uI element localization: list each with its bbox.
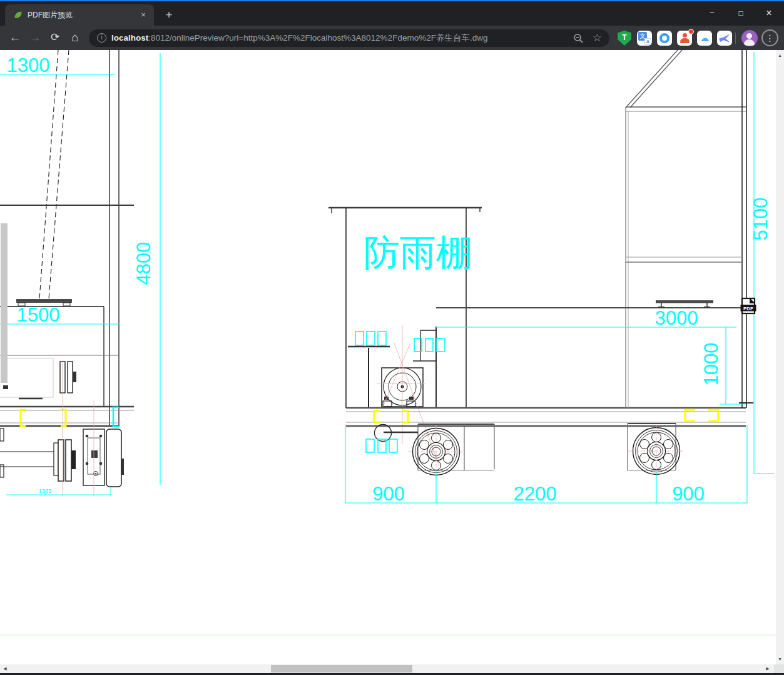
back-icon[interactable]: ← bbox=[6, 28, 24, 47]
new-tab-button[interactable]: + bbox=[161, 8, 176, 23]
zoom-out-icon[interactable] bbox=[573, 33, 583, 43]
dim-4800: 4800 bbox=[133, 242, 155, 285]
translate-icon: 文 A bbox=[637, 31, 652, 46]
dim-1300: 1300 bbox=[7, 54, 50, 76]
undercarriage bbox=[366, 424, 685, 478]
horizontal-scrollbar[interactable]: ◀ ▶ bbox=[0, 664, 774, 673]
spring-leaf-icon bbox=[14, 11, 23, 19]
tab-strip: PDF图片预览 × + − □ × bbox=[0, 1, 784, 26]
extension-thunder-button[interactable] bbox=[716, 30, 733, 46]
extension-proxy-button[interactable] bbox=[656, 30, 673, 46]
profile-avatar[interactable] bbox=[741, 30, 758, 46]
shield-icon: T bbox=[618, 31, 631, 46]
dim-3000: 3000 bbox=[655, 307, 698, 329]
tab-close-icon[interactable]: × bbox=[138, 9, 149, 21]
reload-icon[interactable]: ⟳ bbox=[46, 28, 64, 47]
extension-cloud-button[interactable]: ☁ bbox=[696, 30, 713, 46]
horizontal-scrollbar-thumb[interactable] bbox=[271, 665, 412, 672]
pdf-badge-button[interactable]: PDF bbox=[741, 298, 756, 313]
cloud-icon: ☁ bbox=[697, 31, 712, 46]
scrollbar-corner bbox=[774, 664, 784, 673]
avatar-figure bbox=[746, 33, 752, 39]
window-minimize-button[interactable]: − bbox=[698, 1, 726, 25]
dim-900-right: 900 bbox=[672, 483, 705, 505]
preview-page: 1300 4800 1500 1385 防雨棚 3000 1000 5100 9… bbox=[0, 50, 784, 673]
bookmark-star-icon[interactable]: ☆ bbox=[593, 29, 602, 47]
pdf-badge-label: PDF bbox=[743, 306, 753, 312]
dim-2200: 2200 bbox=[514, 483, 557, 505]
vertical-scrollbar[interactable]: ▲ ▼ bbox=[776, 50, 784, 664]
left-view bbox=[0, 50, 134, 496]
tab-title: PDF图片预览 bbox=[28, 4, 73, 26]
dim-5100: 5100 bbox=[750, 198, 771, 241]
bird-icon bbox=[717, 31, 732, 46]
dim-1500: 1500 bbox=[17, 304, 60, 326]
extension-assistant-button[interactable] bbox=[676, 30, 693, 46]
browser-toolbar: ← → ⟳ ⌂ i localhost:8012/onlinePreview?u… bbox=[0, 26, 784, 50]
home-icon[interactable]: ⌂ bbox=[66, 28, 84, 47]
vertical-scrollbar-thumb[interactable] bbox=[1, 223, 8, 383]
scroll-up-icon[interactable]: ▲ bbox=[776, 51, 784, 59]
dim-900-left: 900 bbox=[372, 483, 405, 505]
blue-ring-icon bbox=[657, 31, 672, 46]
browser-menu-icon[interactable]: ⋮ bbox=[761, 29, 778, 46]
url-host: localhost bbox=[111, 33, 148, 43]
url-text[interactable]: localhost:8012/onlinePreview?url=http%3A… bbox=[111, 29, 487, 47]
window-maximize-button[interactable]: □ bbox=[726, 1, 755, 25]
forward-icon[interactable]: → bbox=[26, 28, 44, 47]
tab-pdf-preview[interactable]: PDF图片预览 × bbox=[5, 4, 154, 26]
dim-1385: 1385 bbox=[38, 487, 51, 494]
scroll-down-icon[interactable]: ▼ bbox=[776, 655, 784, 663]
window-close-button[interactable]: × bbox=[755, 1, 783, 25]
browser-window: PDF图片预览 × + − □ × ← → ⟳ ⌂ i localhost:80… bbox=[0, 0, 784, 675]
scroll-left-icon[interactable]: ◀ bbox=[1, 664, 9, 673]
cad-drawing: 1300 4800 1500 1385 防雨棚 3000 1000 5100 9… bbox=[0, 50, 784, 673]
url-rest: :8012/onlinePreview?url=http%3A%2F%2Floc… bbox=[148, 33, 487, 43]
extension-translate-button[interactable]: 文 A bbox=[636, 30, 653, 46]
scroll-right-icon[interactable]: ▶ bbox=[763, 664, 772, 673]
toolbar-divider bbox=[735, 33, 736, 44]
page-info-icon[interactable]: i bbox=[97, 33, 106, 43]
address-bar[interactable]: i localhost:8012/onlinePreview?url=http%… bbox=[89, 29, 609, 47]
extension-tampermonkey-button[interactable]: T bbox=[616, 30, 633, 46]
notification-badge bbox=[688, 29, 694, 34]
shelter-label: 防雨棚 bbox=[364, 232, 472, 273]
dim-1000: 1000 bbox=[700, 343, 722, 386]
